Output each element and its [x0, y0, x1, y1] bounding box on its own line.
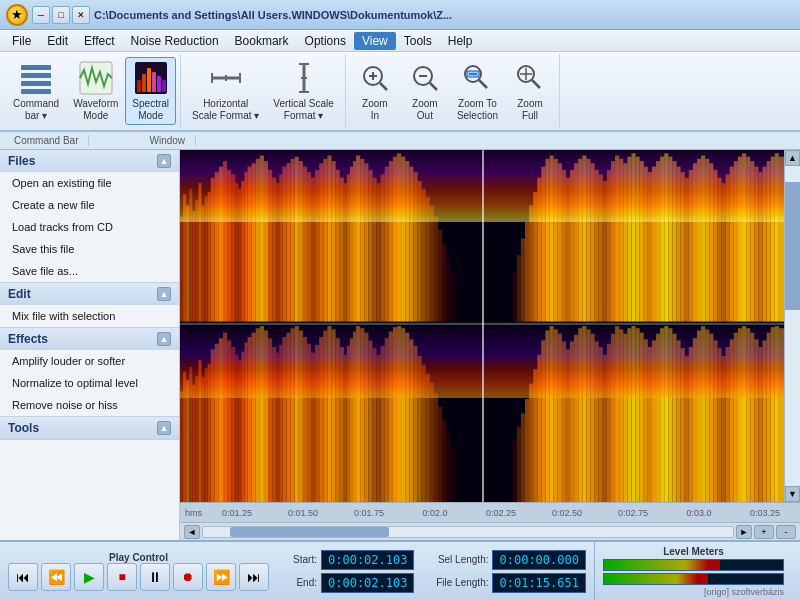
svg-rect-246: [438, 407, 442, 502]
svg-rect-247: [442, 420, 446, 502]
ruler-tick-3: 0:01.75: [336, 508, 402, 518]
files-collapse-button[interactable]: ▲: [157, 154, 171, 168]
sidebar: Files ▲ Open an existing file Create a n…: [0, 150, 180, 540]
zoom-in-label: ZoomIn: [362, 98, 388, 122]
ruler-tick-6: 0:02.50: [534, 508, 600, 518]
scroll-thumb[interactable]: [785, 182, 800, 310]
time-display: Start: 0:00:02.103 End: 0:00:02.103: [287, 550, 414, 593]
zoom-group: ZoomIn ZoomOut Zoom ToSelec: [346, 54, 560, 128]
svg-rect-249: [450, 447, 456, 502]
file-length-label: File Length:: [428, 577, 488, 588]
skip-to-start-button[interactable]: ⏮: [8, 563, 38, 591]
hscroll-thumb[interactable]: [230, 527, 389, 537]
level-meters-section: Level Meters [origo] szoftverbázis: [594, 542, 792, 601]
record-button[interactable]: ⏺: [173, 563, 203, 591]
horizontal-scale-icon: [208, 60, 244, 96]
menu-view[interactable]: View: [354, 32, 396, 50]
zoom-full-button[interactable]: ZoomFull: [505, 57, 555, 125]
svg-rect-178: [180, 391, 183, 502]
sidebar-edit-section: Edit ▲ Mix file with selection: [0, 283, 179, 328]
horizontal-scale-button[interactable]: HorizontalScale Format ▾: [185, 57, 266, 125]
vertical-scale-button[interactable]: Vertical ScaleFormat ▾: [266, 57, 341, 125]
ruler-tick-4: 0:02.0: [402, 508, 468, 518]
svg-rect-251: [517, 427, 521, 502]
effects-collapse-button[interactable]: ▲: [157, 332, 171, 346]
svg-rect-253: [525, 399, 529, 502]
zoom-selection-label: Zoom ToSelection: [457, 98, 498, 122]
save-file-as-item[interactable]: Save file as...: [0, 260, 179, 282]
fast-forward-button[interactable]: ⏩: [206, 563, 236, 591]
load-cd-item[interactable]: Load tracks from CD: [0, 216, 179, 238]
hscroll-zoom-in[interactable]: +: [754, 525, 774, 539]
open-file-item[interactable]: Open an existing file: [0, 172, 179, 194]
zoom-in-icon: [357, 60, 393, 96]
svg-rect-43: [201, 205, 204, 321]
sidebar-effects-header[interactable]: Effects ▲: [0, 328, 179, 350]
sidebar-edit-header[interactable]: Edit ▲: [0, 283, 179, 305]
svg-line-29: [479, 80, 487, 88]
waveform-display[interactable]: [180, 150, 784, 502]
normalize-item[interactable]: Normalize to optimal level: [0, 372, 179, 394]
close-button[interactable]: ✕: [72, 6, 90, 24]
ruler-tick-5: 0:02.25: [468, 508, 534, 518]
menu-options[interactable]: Options: [297, 32, 354, 50]
waveform-mode-label: WaveformMode: [73, 98, 118, 122]
toolbar-labels: Command Bar Window: [0, 132, 800, 150]
sidebar-files-header[interactable]: Files ▲: [0, 150, 179, 172]
scroll-track[interactable]: [785, 166, 800, 486]
svg-rect-252: [521, 413, 525, 502]
create-file-item[interactable]: Create a new file: [0, 194, 179, 216]
menu-help[interactable]: Help: [440, 32, 481, 50]
hscroll-track[interactable]: [202, 526, 734, 538]
pause-button[interactable]: ⏸: [140, 563, 170, 591]
scroll-up-button[interactable]: ▲: [785, 150, 800, 166]
sel-length-value: 0:00:00.000: [492, 550, 585, 570]
length-display: Sel Length: 0:00:00.000 File Length: 0:0…: [428, 550, 585, 593]
menu-file[interactable]: File: [4, 32, 39, 50]
edit-collapse-button[interactable]: ▲: [157, 287, 171, 301]
waveform-mode-button[interactable]: WaveformMode: [66, 57, 125, 125]
remove-noise-item[interactable]: Remove noise or hiss: [0, 394, 179, 416]
svg-rect-108: [450, 274, 456, 322]
spectral-mode-button[interactable]: SpectralMode: [125, 57, 176, 125]
amplify-item[interactable]: Amplify louder or softer: [0, 350, 179, 372]
menu-noise-reduction[interactable]: Noise Reduction: [123, 32, 227, 50]
scroll-down-button[interactable]: ▼: [785, 486, 800, 502]
zoom-full-label: ZoomFull: [517, 98, 543, 122]
sidebar-tools-header[interactable]: Tools ▲: [0, 417, 179, 439]
vertical-scrollbar[interactable]: ▲ ▼: [784, 150, 800, 502]
menubar: File Edit Effect Noise Reduction Bookmar…: [0, 30, 800, 52]
window-controls[interactable]: ─ □ ✕: [32, 6, 90, 24]
menu-effect[interactable]: Effect: [76, 32, 122, 50]
play-button[interactable]: ▶: [74, 563, 104, 591]
rewind-button[interactable]: ⏪: [41, 563, 71, 591]
horizontal-scrollbar[interactable]: ◄ ► + -: [180, 522, 800, 540]
zoom-selection-button[interactable]: Zoom ToSelection: [450, 57, 505, 125]
scroll-right-button[interactable]: ►: [736, 525, 752, 539]
zoom-out-label: ZoomOut: [412, 98, 438, 122]
skip-to-end-button[interactable]: ⏭: [239, 563, 269, 591]
scroll-left-button[interactable]: ◄: [184, 525, 200, 539]
ruler-tick-8: 0:03.0: [666, 508, 732, 518]
end-time-value: 0:00:02.103: [321, 573, 414, 593]
command-bar-button[interactable]: Commandbar ▾: [6, 57, 66, 125]
tools-collapse-button[interactable]: ▲: [157, 421, 171, 435]
minimize-button[interactable]: ─: [32, 6, 50, 24]
svg-rect-182: [192, 385, 195, 502]
svg-rect-3: [21, 89, 51, 94]
menu-edit[interactable]: Edit: [39, 32, 76, 50]
zoom-out-button[interactable]: ZoomOut: [400, 57, 450, 125]
menu-bookmark[interactable]: Bookmark: [227, 32, 297, 50]
maximize-button[interactable]: □: [52, 6, 70, 24]
ruler-hms: hms: [185, 508, 202, 518]
menu-tools[interactable]: Tools: [396, 32, 440, 50]
level-meter-left-fill: [604, 560, 720, 570]
zoom-in-button[interactable]: ZoomIn: [350, 57, 400, 125]
hscroll-zoom-out[interactable]: -: [776, 525, 796, 539]
stop-button[interactable]: ■: [107, 563, 137, 591]
transport-bar: Play Control ⏮ ⏪ ▶ ■ ⏸ ⏺ ⏩ ⏭ Start: 0:00…: [0, 540, 800, 600]
mix-file-item[interactable]: Mix file with selection: [0, 305, 179, 327]
svg-rect-103: [430, 205, 434, 321]
svg-rect-7: [142, 74, 146, 92]
save-file-item[interactable]: Save this file: [0, 238, 179, 260]
